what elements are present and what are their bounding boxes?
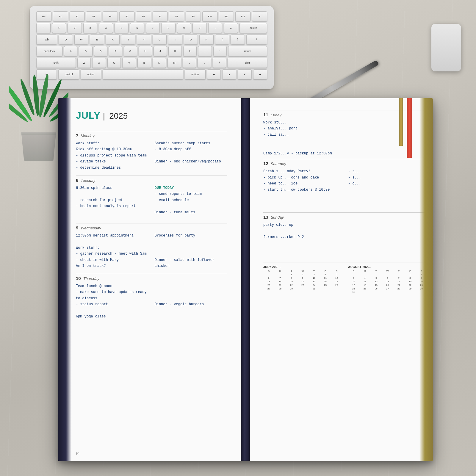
key-f: F [109, 46, 122, 56]
key-1: 1 [52, 23, 66, 33]
key-backslash: \ [246, 35, 267, 45]
july-date-2: 2 [297, 273, 308, 276]
key-m: M [167, 58, 181, 68]
label-w1: W [297, 270, 308, 273]
label-s2: S [331, 270, 342, 273]
key-e: E [90, 35, 104, 45]
aug-date-19: 19 [371, 284, 382, 287]
key-s: S [79, 46, 92, 56]
day8-left-content: 6:30am spin class - research for project… [76, 185, 149, 221]
label-m1: M [275, 270, 286, 273]
aug-label-s1: S [348, 270, 359, 273]
july-date-26: 26 [331, 284, 342, 287]
aug-date-18: 18 [359, 284, 370, 287]
day9-left-content: 12:30pm dentist appointment Work stuff: … [76, 233, 149, 271]
day-header-10: 10 Thursday [76, 276, 227, 281]
key-u: U [153, 35, 167, 45]
day9-right-content: Groceries for party Dinner - salad with … [155, 233, 228, 271]
aug-date-1: 1 [405, 273, 416, 276]
key-equals: = [224, 23, 238, 33]
day-number-11: 11 [263, 112, 268, 117]
aug-date-22: 22 [405, 284, 416, 287]
key-f3: F3 [86, 11, 101, 21]
key-tab: tab [36, 35, 57, 45]
july-date-4: 4 [320, 273, 331, 276]
key-option-left: option [81, 69, 101, 79]
year-title: 2025 [109, 111, 128, 121]
day-header-7: 7 Monday [76, 133, 227, 138]
july-date-9: 9 [297, 276, 308, 280]
july-date-empty4 [320, 287, 331, 290]
day-number-13: 13 [263, 214, 268, 220]
day-name-7: Monday [81, 134, 94, 138]
aug-date-12: 12 [371, 280, 382, 283]
label-s1: S [263, 270, 274, 273]
day-section-9: 9 Wednesday 12:30pm dentist appointment … [76, 223, 227, 271]
planner-book: JULY | 2025 7 Monday Work stuff: Kick of… [58, 98, 433, 461]
day-name-8: Tuesday [81, 178, 95, 183]
day-name-12: Saturday [271, 162, 286, 166]
day-number-12: 12 [263, 161, 268, 166]
key-f6: F6 [136, 11, 151, 21]
day7-left-content: Work stuff: Kick off meeting @ 10:30am -… [76, 140, 149, 173]
key-option-right: option [185, 69, 205, 79]
key-esc: esc [36, 11, 51, 21]
aug-empty8 [382, 291, 393, 294]
key-r: R [106, 35, 120, 45]
key-x: X [92, 58, 106, 68]
key-rbracket: ] [231, 35, 245, 45]
july-date-16: 16 [297, 280, 308, 283]
key-l: L [183, 46, 197, 56]
key-lbracket: [ [215, 35, 229, 45]
key-f7: F7 [153, 11, 168, 21]
day10-left-content: Team lunch @ noon - make sure to have up… [76, 283, 149, 320]
page-number: 94 [76, 452, 79, 455]
key-space [103, 69, 183, 79]
key-backtick: ` [36, 23, 51, 33]
key-6: 6 [130, 23, 144, 33]
july-date-21: 21 [275, 284, 286, 287]
key-k: K [168, 46, 182, 56]
aug-date-21: 21 [393, 284, 404, 287]
july-date-5: 5 [331, 273, 342, 276]
aug-date-17: 17 [348, 284, 359, 287]
aug-empty3 [371, 273, 382, 276]
july-date-22: 22 [286, 284, 297, 287]
aug-label-t1: T [371, 270, 382, 273]
aug-date-31: 31 [348, 291, 359, 294]
key-f4: F4 [103, 11, 118, 21]
aug-date-6: 6 [382, 276, 393, 280]
key-return: return [228, 46, 267, 56]
mini-cal-august: AUGUST 202... S M T W T F S 1 2 [348, 265, 427, 294]
key-delete: delete [239, 23, 267, 33]
july-date-20: 20 [263, 284, 274, 287]
july-date-empty5 [331, 287, 342, 290]
day11-right-content [348, 120, 427, 149]
book-spine [241, 98, 250, 461]
key-h: H [139, 46, 152, 56]
july-date-1: 1 [286, 273, 297, 276]
mini-cal-july-header: JULY 202... [263, 265, 342, 269]
key-i: I [168, 35, 182, 45]
key-4: 4 [99, 23, 113, 33]
key-period: . [198, 58, 211, 68]
july-date-14: 14 [275, 280, 286, 283]
key-quote: ' [213, 46, 227, 56]
aug-date-14: 14 [393, 280, 404, 283]
key-f2: F2 [70, 11, 85, 21]
key-semicolon: ; [198, 46, 212, 56]
key-o: O [184, 35, 198, 45]
key-f9: F9 [186, 11, 201, 21]
aug-empty6 [359, 291, 370, 294]
key-left: ◄ [207, 69, 221, 79]
day-number-9: 9 [76, 225, 78, 230]
key-slash: / [213, 58, 226, 68]
aug-empty9 [393, 291, 404, 294]
key-q: Q [59, 35, 73, 45]
right-cover [419, 98, 433, 461]
left-cover [58, 98, 71, 461]
july-date-29: 29 [286, 287, 297, 290]
ribbon-red [407, 98, 412, 158]
aug-date-25: 25 [359, 287, 370, 290]
key-g: G [124, 46, 137, 56]
